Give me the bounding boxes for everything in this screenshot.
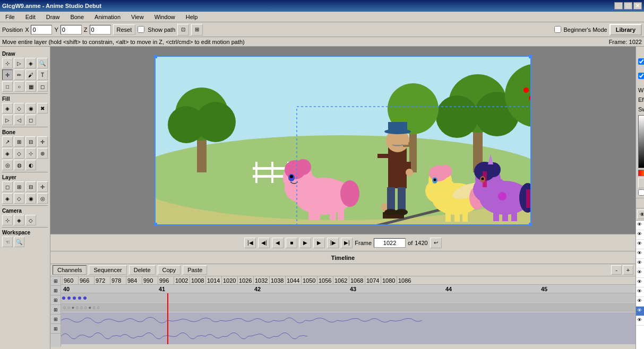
tool-fill-3[interactable]: ◉	[25, 103, 36, 114]
tool-fill-1[interactable]: ◈	[2, 103, 13, 114]
layer-row-leyebrowtop[interactable]: 👁 🔒 ▷ L Eyebrow TOP	[636, 287, 644, 297]
tool-fill-6[interactable]: ◁	[14, 115, 24, 125]
close-button[interactable]: ✕	[633, 2, 642, 10]
tab-sequencer[interactable]: Sequencer	[89, 265, 126, 275]
handle-tr[interactable]	[529, 55, 532, 58]
tool-bone-1[interactable]: ↗	[2, 136, 13, 147]
frame-number-input[interactable]	[374, 238, 406, 248]
tool-zoom[interactable]: 🔍	[37, 58, 48, 68]
menu-animation[interactable]: Animation	[91, 13, 124, 21]
handle-bl[interactable]	[154, 223, 157, 226]
next-keyframe-button[interactable]: |▶	[327, 238, 339, 248]
layer-row-leyebrowbottom[interactable]: 👁 🔒 ▷ L Eyebrow BOTTOM	[636, 297, 644, 307]
go-to-start-button[interactable]: |◀	[244, 238, 256, 248]
layer-row-head[interactable]: 👁 🔒 ▤ HEAD	[636, 230, 644, 240]
next-frame-button[interactable]: ▶	[313, 238, 325, 248]
reset-button[interactable]: Reset	[113, 24, 136, 35]
layer-row-headfront[interactable]: 👁 🔒 ▷ HeadFront	[636, 240, 644, 249]
layer-row-hairfront[interactable]: 👁 🔒 ▷ HairFront	[636, 307, 644, 316]
tool-bone-select[interactable]: ◈	[25, 58, 36, 68]
tool-bone-11[interactable]: ◐	[25, 160, 36, 170]
go-to-end-button[interactable]: ▶|	[341, 238, 353, 248]
layer-row-pp[interactable]: 👁 🔒 ▤ pp	[636, 221, 644, 230]
tool-layer-3[interactable]: ⊟	[25, 181, 36, 192]
tool-bone-10[interactable]: ◍	[14, 160, 24, 170]
color-spectrum-bar[interactable]	[638, 170, 644, 176]
tool-bone-9[interactable]: ◎	[2, 160, 13, 170]
handle-br[interactable]	[529, 223, 532, 226]
layer-row-mouth[interactable]: 👁 ◎ Mouth	[636, 316, 644, 326]
x-input[interactable]	[31, 25, 52, 34]
tool-fill-2[interactable]: ◇	[14, 103, 24, 114]
tool-transform[interactable]: ⊹	[2, 58, 13, 68]
prev-frame-button[interactable]: ◀	[272, 238, 284, 248]
copy-style-button[interactable]: Copy	[638, 178, 644, 188]
maximize-button[interactable]: □	[624, 2, 632, 10]
tool-brush[interactable]: 🖌	[25, 69, 36, 80]
tool-bone-2[interactable]: ⊞	[14, 136, 24, 147]
loop-button[interactable]: ↩	[430, 238, 442, 248]
tool-text[interactable]: T	[37, 69, 48, 80]
zoom-out-button[interactable]: -	[611, 265, 622, 275]
z-input[interactable]	[90, 25, 111, 34]
show-path-checkbox[interactable]	[138, 26, 144, 33]
tool-layer-2[interactable]: ⊞	[14, 181, 24, 192]
timeline-paste-button[interactable]: Paste	[183, 265, 207, 275]
icon-btn-1[interactable]: ⊡	[177, 24, 189, 36]
tool-fill-4[interactable]: ✖	[37, 103, 48, 114]
tool-layer-5[interactable]: ◈	[2, 193, 13, 204]
color-picker-gradient[interactable]	[638, 115, 644, 168]
timeline-copy-button[interactable]: Copy	[158, 265, 181, 275]
menu-bone[interactable]: Bone	[67, 13, 87, 21]
icon-btn-2[interactable]: ⊞	[191, 24, 203, 36]
keyframe-1-2[interactable]	[67, 296, 71, 300]
tool-bone-4[interactable]: ✛	[37, 136, 48, 147]
prev-keyframe-button[interactable]: ◀|	[258, 238, 270, 248]
menu-file[interactable]: File	[2, 13, 18, 21]
tool-move[interactable]: ✛	[2, 69, 13, 80]
menu-help[interactable]: Help	[183, 13, 201, 21]
tool-fill[interactable]: ▦	[25, 81, 36, 92]
tool-bone-3[interactable]: ⊟	[25, 136, 36, 147]
menu-window[interactable]: Window	[151, 13, 178, 21]
tool-fill-5[interactable]: ▷	[2, 115, 13, 125]
play-button[interactable]: ▶	[299, 238, 311, 248]
tool-oval[interactable]: ○	[14, 81, 24, 92]
tool-bone-6[interactable]: ◇	[14, 148, 24, 159]
menu-draw[interactable]: Draw	[43, 13, 63, 21]
tab-channels[interactable]: Channels	[53, 265, 87, 275]
timeline-delete-button[interactable]: Delete	[129, 265, 156, 275]
tool-shape[interactable]: □	[2, 81, 13, 92]
tool-camera-2[interactable]: ◈	[14, 215, 24, 225]
tool-layer-6[interactable]: ◇	[14, 193, 24, 204]
tool-layer-7[interactable]: ◉	[25, 193, 36, 204]
y-input[interactable]	[61, 25, 82, 34]
menu-edit[interactable]: Edit	[22, 13, 39, 21]
stop-button[interactable]: ■	[286, 238, 297, 248]
fill-checkbox[interactable]	[638, 58, 644, 65]
minimize-button[interactable]: _	[614, 2, 623, 10]
tool-bone-5[interactable]: ◈	[2, 148, 13, 159]
menu-view[interactable]: View	[128, 13, 147, 21]
layers-tool-eye[interactable]: 👁	[637, 210, 644, 219]
layer-row-hairside[interactable]: 👁 🔒 ▷ HairSIDE	[636, 268, 644, 278]
zoom-in-button[interactable]: +	[623, 265, 633, 275]
tool-bone-8[interactable]: ⊛	[37, 148, 48, 159]
library-button[interactable]: Library	[609, 24, 642, 36]
tool-camera-1[interactable]: ⊹	[2, 215, 13, 225]
tool-bone-7[interactable]: ⊹	[25, 148, 36, 159]
keyframe-1-4[interactable]	[78, 296, 81, 300]
tool-layer-1[interactable]: ◻	[2, 181, 13, 192]
tool-workspace-1[interactable]: ☜	[2, 237, 13, 247]
tool-layer-4[interactable]: ✛	[37, 181, 48, 192]
playhead[interactable]	[167, 293, 168, 344]
advanced-checkbox[interactable]	[638, 189, 644, 196]
layer-row-headside[interactable]: 👁 🔒 ▤ HeadSIDE	[636, 249, 644, 259]
tool-camera-3[interactable]: ◇	[25, 215, 36, 225]
stroke-checkbox[interactable]	[638, 73, 644, 79]
keyframe-1-3[interactable]	[73, 296, 76, 300]
tool-node[interactable]: ▷	[14, 58, 24, 68]
layer-row-eyebrows[interactable]: 👁 🔒 ▷ Eyebrows	[636, 259, 644, 268]
tool-eraser[interactable]: ◻	[37, 81, 48, 92]
handle-tl[interactable]	[154, 55, 157, 58]
